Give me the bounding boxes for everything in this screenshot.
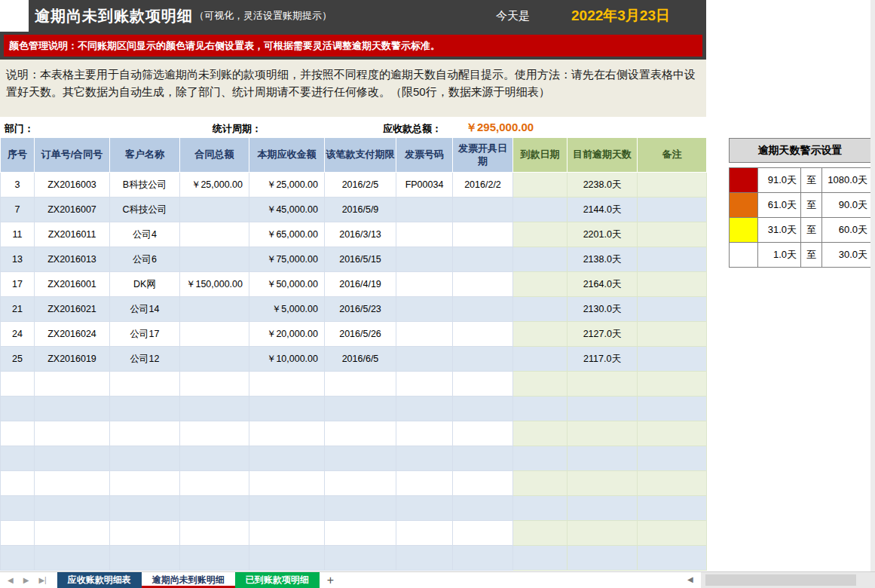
cell-overdue-days[interactable] bbox=[568, 496, 638, 521]
cell-invoice-date[interactable] bbox=[453, 222, 513, 247]
cell-due-date[interactable]: 2016/6/5 bbox=[325, 347, 396, 372]
cell-order-no[interactable] bbox=[35, 372, 110, 397]
cell-invoice-date[interactable] bbox=[453, 372, 513, 397]
cell-note[interactable] bbox=[638, 421, 707, 446]
cell-due-date[interactable] bbox=[325, 446, 396, 471]
cell-received-date[interactable] bbox=[513, 446, 568, 471]
cell-invoice-date[interactable] bbox=[453, 297, 513, 322]
cell-overdue-days[interactable] bbox=[568, 471, 638, 496]
cell-note[interactable] bbox=[638, 496, 707, 521]
cell-contract-total[interactable] bbox=[180, 496, 249, 521]
cell-seq[interactable]: 17 bbox=[1, 272, 35, 297]
cell-customer[interactable]: 公司12 bbox=[110, 347, 180, 372]
cell-note[interactable] bbox=[638, 247, 707, 272]
cell-seq[interactable]: 13 bbox=[1, 247, 35, 272]
cell-overdue-days[interactable] bbox=[568, 421, 638, 446]
cell-received-date[interactable] bbox=[513, 272, 568, 297]
cell-order-no[interactable] bbox=[35, 521, 110, 546]
sheet-tab-3[interactable]: 已到账款项明细 bbox=[235, 572, 320, 588]
cell-overdue-days[interactable]: 2201.0天 bbox=[568, 222, 638, 247]
cell-customer[interactable]: 公司4 bbox=[110, 222, 180, 247]
cell-note[interactable] bbox=[638, 347, 707, 372]
cell-contract-total[interactable] bbox=[180, 372, 249, 397]
color-swatch[interactable] bbox=[730, 168, 758, 193]
cell-note[interactable] bbox=[638, 397, 707, 421]
range-from[interactable]: 61.0天 bbox=[758, 193, 801, 218]
cell-invoice-no[interactable] bbox=[396, 247, 453, 272]
color-swatch[interactable] bbox=[730, 243, 758, 268]
cell-overdue-days[interactable]: 2127.0天 bbox=[568, 322, 638, 347]
cell-contract-total[interactable] bbox=[180, 247, 249, 272]
cell-order-no[interactable] bbox=[35, 496, 110, 521]
cell-seq[interactable] bbox=[1, 421, 35, 446]
cell-seq[interactable]: 3 bbox=[1, 173, 35, 198]
cell-invoice-no[interactable] bbox=[396, 397, 453, 421]
cell-note[interactable] bbox=[638, 198, 707, 222]
cell-customer[interactable] bbox=[110, 397, 180, 421]
cell-contract-total[interactable] bbox=[180, 322, 249, 347]
cell-note[interactable] bbox=[638, 546, 707, 571]
cell-invoice-date[interactable] bbox=[453, 496, 513, 521]
cell-order-no[interactable] bbox=[35, 446, 110, 471]
cell-received-date[interactable] bbox=[513, 222, 568, 247]
cell-seq[interactable] bbox=[1, 397, 35, 421]
cell-received-date[interactable] bbox=[513, 372, 568, 397]
cell-invoice-no[interactable] bbox=[396, 272, 453, 297]
cell-receivable[interactable] bbox=[249, 397, 325, 421]
cell-receivable[interactable]: ￥65,000.00 bbox=[249, 222, 325, 247]
cell-invoice-no[interactable] bbox=[396, 322, 453, 347]
cell-invoice-date[interactable] bbox=[453, 521, 513, 546]
range-to[interactable]: 60.0天 bbox=[822, 218, 872, 243]
cell-invoice-no[interactable] bbox=[396, 546, 453, 571]
cell-invoice-date[interactable] bbox=[453, 421, 513, 446]
cell-invoice-no[interactable] bbox=[396, 198, 453, 222]
cell-due-date[interactable] bbox=[325, 471, 396, 496]
nav-last-icon[interactable]: ▶| bbox=[38, 576, 46, 584]
cell-seq[interactable] bbox=[1, 372, 35, 397]
cell-customer[interactable] bbox=[110, 496, 180, 521]
cell-invoice-no[interactable] bbox=[396, 372, 453, 397]
horizontal-scrollbar-thumb[interactable] bbox=[705, 574, 856, 586]
cell-customer[interactable]: 公司14 bbox=[110, 297, 180, 322]
cell-received-date[interactable] bbox=[513, 322, 568, 347]
nav-prev-icon[interactable]: ◀ bbox=[8, 576, 14, 584]
cell-note[interactable] bbox=[638, 446, 707, 471]
hscroll-left-icon[interactable]: ◀ bbox=[687, 575, 693, 583]
nav-next-icon[interactable]: ▶ bbox=[23, 576, 29, 584]
cell-note[interactable] bbox=[638, 322, 707, 347]
cell-received-date[interactable] bbox=[513, 496, 568, 521]
vertical-scrollbar[interactable] bbox=[870, 0, 875, 571]
cell-invoice-no[interactable] bbox=[396, 222, 453, 247]
range-from[interactable]: 91.0天 bbox=[758, 168, 801, 193]
cell-customer[interactable]: DK网 bbox=[110, 272, 180, 297]
cell-invoice-date[interactable] bbox=[453, 347, 513, 372]
cell-contract-total[interactable] bbox=[180, 446, 249, 471]
cell-received-date[interactable] bbox=[513, 471, 568, 496]
cell-due-date[interactable]: 2016/3/13 bbox=[325, 222, 396, 247]
cell-receivable[interactable] bbox=[249, 471, 325, 496]
cell-invoice-no[interactable] bbox=[396, 521, 453, 546]
cell-receivable[interactable]: ￥45,000.00 bbox=[249, 198, 325, 222]
cell-customer[interactable] bbox=[110, 372, 180, 397]
cell-received-date[interactable] bbox=[513, 397, 568, 421]
cell-receivable[interactable] bbox=[249, 446, 325, 471]
cell-seq[interactable]: 21 bbox=[1, 297, 35, 322]
cell-receivable[interactable] bbox=[249, 372, 325, 397]
cell-received-date[interactable] bbox=[513, 173, 568, 198]
cell-receivable[interactable]: ￥5,000.00 bbox=[249, 297, 325, 322]
cell-note[interactable] bbox=[638, 272, 707, 297]
cell-note[interactable] bbox=[638, 222, 707, 247]
cell-customer[interactable] bbox=[110, 521, 180, 546]
cell-customer[interactable]: C科技公司 bbox=[110, 198, 180, 222]
cell-overdue-days[interactable] bbox=[568, 397, 638, 421]
cell-order-no[interactable] bbox=[35, 397, 110, 421]
cell-invoice-date[interactable] bbox=[453, 446, 513, 471]
horizontal-scrollbar[interactable] bbox=[701, 572, 875, 588]
cell-due-date[interactable]: 2016/5/26 bbox=[325, 322, 396, 347]
cell-overdue-days[interactable]: 2130.0天 bbox=[568, 297, 638, 322]
cell-customer[interactable]: 公司6 bbox=[110, 247, 180, 272]
cell-receivable[interactable] bbox=[249, 421, 325, 446]
cell-order-no[interactable]: ZX2016024 bbox=[35, 322, 110, 347]
cell-receivable[interactable]: ￥20,000.00 bbox=[249, 322, 325, 347]
cell-overdue-days[interactable] bbox=[568, 446, 638, 471]
